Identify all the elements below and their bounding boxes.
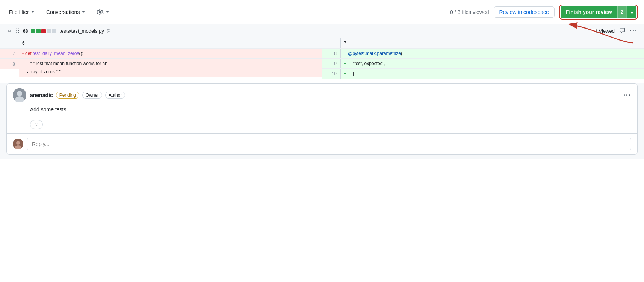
diff-row-added-10: 10 + [: [322, 69, 644, 79]
settings-chevron-icon: [106, 11, 109, 13]
review-codespace-button[interactable]: Review in codespace: [494, 6, 555, 18]
svg-point-5: [16, 141, 20, 145]
file-header-right: Viewed ···: [592, 27, 638, 35]
finish-review-caret[interactable]: [626, 6, 636, 18]
comment-more-button[interactable]: ···: [623, 91, 631, 99]
line-content-right-empty: 7: [341, 38, 644, 48]
diff-block-red: [41, 29, 46, 33]
diff-block-gray-1: [47, 29, 51, 33]
pending-badge: Pending: [56, 92, 79, 99]
avatar: [13, 88, 26, 102]
diff-split: 6 7 -def test_daily_mean_zeros(): 8 - ""…: [0, 38, 644, 79]
file-filter-button[interactable]: File filter: [6, 8, 37, 17]
line-num-added-9: 9: [322, 59, 341, 68]
comment-body: Add some tests: [7, 105, 637, 117]
finish-review-chevron-icon: [630, 12, 633, 14]
line-num-right-empty: [322, 38, 341, 48]
diff-row-deleted-8: 8 - """Test that mean function works for…: [0, 59, 322, 77]
diff-left-side: 6 7 -def test_daily_mean_zeros(): 8 - ""…: [0, 38, 322, 79]
conversations-button[interactable]: Conversations: [43, 8, 88, 17]
file-name: tests/test_models.py: [59, 28, 104, 34]
viewed-checkbox-input[interactable]: [592, 29, 597, 33]
conversations-label: Conversations: [46, 9, 80, 15]
finish-review-button[interactable]: Finish your review 2: [561, 6, 636, 18]
comment-author-name: anenadic: [30, 92, 53, 98]
line-num-empty: [0, 38, 19, 48]
diff-block-gray-2: [52, 29, 56, 33]
finish-review-wrapper: Finish your review 2: [559, 5, 638, 20]
viewed-checkbox[interactable]: Viewed: [592, 28, 615, 34]
diff-block-green-1: [31, 29, 35, 33]
line-content-empty: 6: [19, 38, 322, 48]
reply-avatar: [13, 139, 23, 149]
comment-icon-button[interactable]: [619, 27, 625, 35]
diff-stat: [31, 29, 56, 33]
diff-container: 6 7 -def test_daily_mean_zeros(): 8 - ""…: [0, 38, 644, 79]
finish-review-count: 2: [617, 6, 626, 18]
file-header-left: ⠿ 68 tests/test_models.py ⎘: [6, 27, 110, 35]
collapse-button[interactable]: [6, 28, 12, 34]
comment-section: anenadic Pending Owner Author ··· Add so…: [0, 83, 644, 159]
diff-row-added-8: 8 +@pytest.mark.parametrize(: [322, 49, 644, 59]
comment-text: Add some tests: [30, 106, 67, 112]
sign-plus-8: +: [344, 51, 346, 56]
file-header: ⠿ 68 tests/test_models.py ⎘ Viewed ···: [0, 24, 644, 38]
comment-reactions: ☺: [7, 117, 637, 133]
line-num-added-10: 10: [322, 69, 341, 79]
viewed-label: Viewed: [599, 28, 615, 34]
gear-icon: [97, 9, 104, 15]
comment-box: anenadic Pending Owner Author ··· Add so…: [6, 83, 638, 155]
file-filter-label: File filter: [9, 9, 29, 15]
emoji-reaction-button[interactable]: ☺: [30, 120, 43, 129]
comment-header: anenadic Pending Owner Author ···: [7, 84, 637, 105]
file-line-count: 68: [23, 29, 28, 34]
file-more-button[interactable]: ···: [630, 27, 638, 35]
diff-row-deleted-7: 7 -def test_daily_mean_zeros():: [0, 49, 322, 59]
line-num-added-8: 8: [322, 49, 341, 58]
copy-icon[interactable]: ⎘: [107, 28, 110, 34]
owner-badge: Owner: [82, 92, 102, 99]
reply-input[interactable]: [27, 138, 631, 150]
diff-right-side: 7 8 +@pytest.mark.parametrize( 9 + "test…: [322, 38, 644, 79]
files-viewed-text: 0 / 3 files viewed: [450, 9, 489, 15]
line-content-added-9: + "test, expected",: [341, 59, 644, 68]
diff-block-green-2: [36, 29, 41, 33]
line-content-deleted-7: -def test_daily_mean_zeros():: [19, 49, 322, 58]
finish-review-label: Finish your review: [561, 6, 617, 18]
line-content-added-8: +@pytest.mark.parametrize(: [341, 49, 644, 58]
sign-minus-8: -: [22, 61, 24, 66]
conversations-chevron-icon: [82, 11, 85, 13]
diff-row-added-9: 9 + "test, expected",: [322, 59, 644, 69]
line-content-deleted-8: - """Test that mean function works for a…: [19, 59, 322, 77]
author-badge: Author: [105, 92, 125, 99]
toolbar: File filter Conversations 0 / 3 files vi…: [0, 0, 644, 24]
sign-plus-9: +: [344, 61, 346, 66]
svg-point-2: [17, 91, 22, 96]
diff-row-right-placeholder: 7: [322, 38, 644, 49]
sign-minus: -: [22, 51, 24, 56]
toolbar-left: File filter Conversations: [6, 7, 112, 17]
avatar-image: [13, 88, 26, 102]
line-num-deleted-7: 7: [0, 49, 19, 58]
drag-icon: ⠿: [15, 27, 20, 35]
file-filter-chevron-icon: [31, 11, 34, 13]
diff-row: 6: [0, 38, 322, 49]
reply-avatar-image: [13, 139, 23, 149]
comment-meta: anenadic Pending Owner Author: [30, 92, 620, 99]
line-content-added-10: + [: [341, 69, 644, 79]
reply-section: [7, 134, 637, 154]
toolbar-right: 0 / 3 files viewed Review in codespace F…: [450, 5, 638, 20]
line-num-deleted-8: 8: [0, 59, 19, 69]
settings-button[interactable]: [94, 7, 112, 17]
sign-plus-10: +: [344, 71, 346, 76]
